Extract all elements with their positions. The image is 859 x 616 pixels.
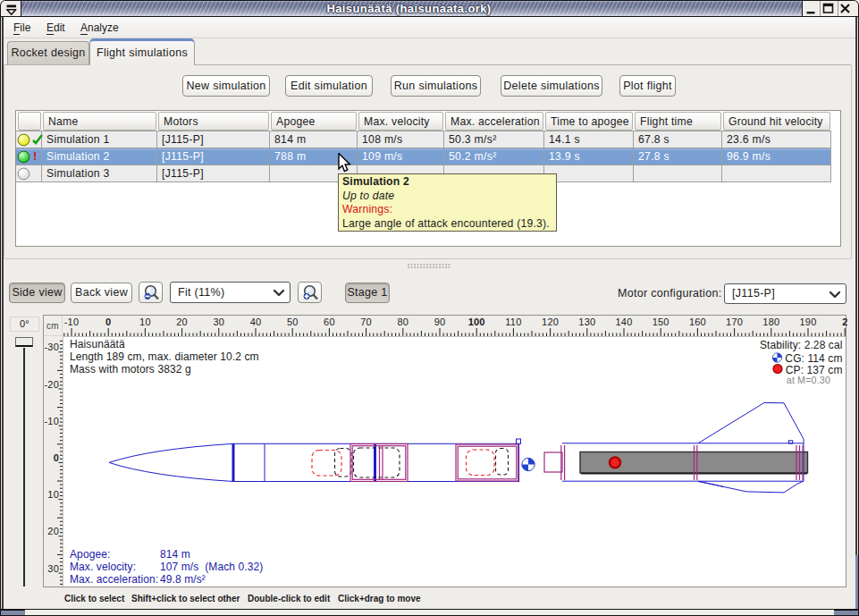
svg-text:Apogee:: Apogee: [70, 548, 110, 561]
svg-text:Length 189 cm, max. diameter 1: Length 189 cm, max. diameter 10.2 cm [70, 350, 259, 363]
svg-text:107 m/s (Mach 0.32): 107 m/s (Mach 0.32) [160, 561, 263, 573]
svg-text:Haisunäätä: Haisunäätä [70, 338, 125, 350]
svg-text:at M=0.30: at M=0.30 [787, 375, 830, 385]
svg-text:814 m: 814 m [160, 548, 190, 561]
svg-text:Max. acceleration:: Max. acceleration: [70, 573, 158, 586]
svg-text:CG: 114 cm: CG: 114 cm [785, 352, 842, 365]
svg-text:Mass with motors 3832 g: Mass with motors 3832 g [70, 363, 191, 376]
svg-text:Max. velocity:: Max. velocity: [70, 561, 136, 573]
svg-text:49.8 m/s²: 49.8 m/s² [160, 573, 206, 586]
svg-text:Stability: 2.28 cal: Stability: 2.28 cal [760, 339, 843, 351]
